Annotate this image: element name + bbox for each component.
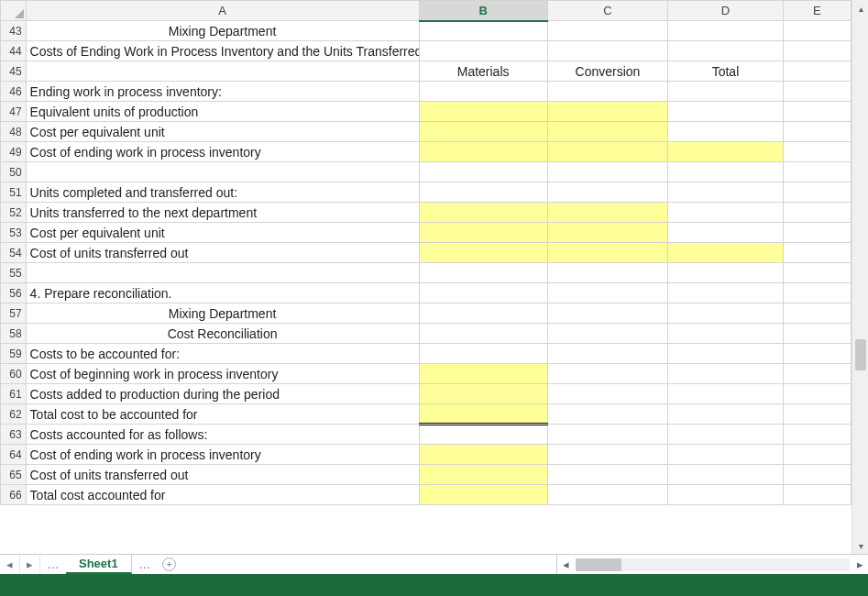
cell-B46[interactable] — [419, 82, 547, 102]
cell-C43[interactable] — [547, 21, 668, 41]
cell-D46[interactable] — [668, 82, 783, 102]
add-sheet-button[interactable]: + — [158, 555, 181, 574]
cell-E65[interactable] — [783, 465, 851, 485]
row-header[interactable]: 47 — [1, 102, 27, 122]
row-header[interactable]: 57 — [1, 304, 27, 324]
cell-C48[interactable] — [547, 122, 668, 142]
cell-E49[interactable] — [783, 142, 851, 162]
cell-C46[interactable] — [547, 82, 668, 102]
row-header[interactable]: 64 — [1, 445, 27, 465]
cell-D50[interactable] — [668, 162, 783, 182]
col-header-B[interactable]: B — [419, 1, 547, 21]
worksheet-grid[interactable]: A B C D E 43 Mixing Department 44 Costs … — [0, 0, 852, 505]
row-header[interactable]: 54 — [1, 243, 27, 263]
cell-B51[interactable] — [419, 182, 547, 203]
cell-D53[interactable] — [668, 223, 783, 243]
scroll-right-arrow-icon[interactable]: ▸ — [852, 557, 868, 571]
tab-nav-more-icon[interactable]: … — [40, 555, 66, 574]
cell-A50[interactable] — [26, 162, 419, 182]
col-header-E[interactable]: E — [783, 1, 851, 21]
cell-C47[interactable] — [547, 102, 668, 122]
cell-C62[interactable] — [547, 404, 668, 425]
row-header[interactable]: 63 — [1, 425, 27, 445]
cell-E47[interactable] — [783, 102, 851, 122]
cell-E44[interactable] — [783, 41, 851, 61]
cell-D48[interactable] — [668, 122, 783, 142]
cell-E48[interactable] — [783, 122, 851, 142]
cell-E63[interactable] — [783, 425, 851, 445]
horizontal-scroll-track[interactable] — [576, 558, 850, 571]
sheet-tab-active[interactable]: Sheet1 — [66, 555, 132, 574]
row-header[interactable]: 50 — [1, 162, 27, 182]
cell-C55[interactable] — [547, 263, 668, 283]
cell-D61[interactable] — [668, 384, 783, 404]
cell-E51[interactable] — [783, 182, 851, 203]
cell-D55[interactable] — [668, 263, 783, 283]
col-header-A[interactable]: A — [26, 1, 419, 21]
cell-D54[interactable] — [668, 243, 783, 263]
cell-C57[interactable] — [547, 304, 668, 324]
row-header[interactable]: 51 — [1, 182, 27, 203]
cell-C58[interactable] — [547, 324, 668, 344]
cell-A57[interactable]: Mixing Department — [26, 304, 419, 324]
row-header[interactable]: 59 — [1, 344, 27, 364]
scroll-down-arrow-icon[interactable]: ▾ — [852, 537, 868, 554]
cell-E61[interactable] — [783, 384, 851, 404]
cell-D64[interactable] — [668, 445, 783, 465]
cell-D57[interactable] — [668, 304, 783, 324]
cell-E45[interactable] — [783, 61, 851, 82]
cell-D58[interactable] — [668, 324, 783, 344]
cell-E60[interactable] — [783, 364, 851, 384]
vertical-scroll-thumb[interactable] — [855, 339, 866, 370]
horizontal-scrollbar[interactable]: ◂ ▸ — [556, 555, 868, 574]
cell-A55[interactable] — [26, 263, 419, 283]
cell-E52[interactable] — [783, 203, 851, 223]
cell-C51[interactable] — [547, 182, 668, 203]
cell-E43[interactable] — [783, 21, 851, 41]
cell-C65[interactable] — [547, 465, 668, 485]
cell-E66[interactable] — [783, 485, 851, 505]
cell-B47[interactable] — [419, 102, 547, 122]
grid-area[interactable]: A B C D E 43 Mixing Department 44 Costs … — [0, 0, 852, 554]
row-header[interactable]: 43 — [1, 21, 27, 41]
row-header[interactable]: 65 — [1, 465, 27, 485]
cell-E62[interactable] — [783, 404, 851, 425]
cell-E53[interactable] — [783, 223, 851, 243]
col-header-C[interactable]: C — [547, 1, 668, 21]
cell-C66[interactable] — [547, 485, 668, 505]
cell-C53[interactable] — [547, 223, 668, 243]
cell-A47[interactable]: Equivalent units of production — [26, 102, 419, 122]
cell-C50[interactable] — [547, 162, 668, 182]
cell-C61[interactable] — [547, 384, 668, 404]
row-header[interactable]: 44 — [1, 41, 27, 61]
cell-A52[interactable]: Units transferred to the next department — [26, 203, 419, 223]
cell-A56[interactable]: 4. Prepare reconciliation. — [26, 283, 419, 304]
cell-C44[interactable] — [547, 41, 668, 61]
cell-B45[interactable]: Materials — [419, 61, 547, 82]
cell-A59[interactable]: Costs to be accounted for: — [26, 344, 419, 364]
cell-A62[interactable]: Total cost to be accounted for — [26, 404, 419, 425]
cell-E64[interactable] — [783, 445, 851, 465]
cell-D49[interactable] — [668, 142, 783, 162]
cell-D51[interactable] — [668, 182, 783, 203]
cell-E59[interactable] — [783, 344, 851, 364]
cell-D52[interactable] — [668, 203, 783, 223]
tab-nav-prev-icon[interactable]: ◂ — [0, 555, 20, 574]
row-header[interactable]: 46 — [1, 82, 27, 102]
cell-A61[interactable]: Costs added to production during the per… — [26, 384, 419, 404]
cell-B53[interactable] — [419, 223, 547, 243]
cell-B54[interactable] — [419, 243, 547, 263]
cell-B50[interactable] — [419, 162, 547, 182]
cell-E57[interactable] — [783, 304, 851, 324]
cell-B64[interactable] — [419, 445, 547, 465]
vertical-scrollbar[interactable]: ▴ ▾ — [852, 0, 868, 554]
scroll-up-arrow-icon[interactable]: ▴ — [852, 0, 868, 17]
row-header[interactable]: 66 — [1, 485, 27, 505]
cell-C49[interactable] — [547, 142, 668, 162]
cell-B49[interactable] — [419, 142, 547, 162]
row-header[interactable]: 53 — [1, 223, 27, 243]
row-header[interactable]: 48 — [1, 122, 27, 142]
row-header[interactable]: 45 — [1, 61, 27, 82]
cell-B60[interactable] — [419, 364, 547, 384]
cell-D62[interactable] — [668, 404, 783, 425]
